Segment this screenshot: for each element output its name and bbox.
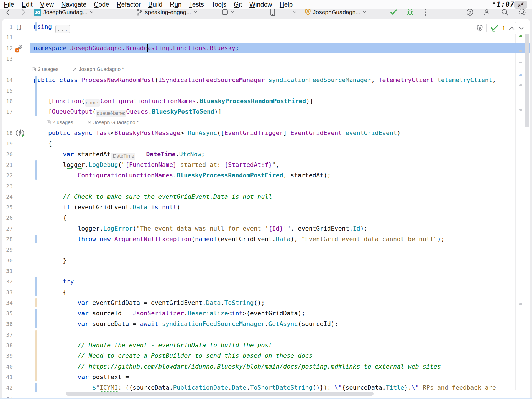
code-line-23[interactable]: 23 (0, 181, 530, 191)
code-line-38[interactable]: 38 // Handle the event - eventGridData t… (0, 340, 530, 351)
line-number[interactable]: 27 (0, 223, 13, 234)
code-line-13[interactable]: 13 (0, 53, 530, 64)
line-number[interactable]: 18 (0, 128, 13, 138)
menu-item-run[interactable]: Run (170, 1, 181, 8)
code-line-20[interactable]: 20 var startedAt:DateTime = DateTime.Utc… (0, 149, 530, 160)
line-number[interactable]: 30 (0, 255, 13, 266)
line-number[interactable]: 38 (0, 340, 13, 351)
code-line-21[interactable]: 21 logger.LogDebug("{FunctionName} start… (0, 160, 530, 170)
code-line-24[interactable]: 24 // Check to make sure the eventGridEv… (0, 191, 530, 202)
code-line-34[interactable]: 34 var eventGridData = eventGridEvent.Da… (0, 298, 530, 308)
menu-item-navigate[interactable]: Navigate (61, 1, 86, 8)
code-line-15[interactable]: 15{ (0, 85, 530, 96)
run-button[interactable] (390, 9, 397, 19)
line-number[interactable]: 36 (0, 319, 13, 329)
menu-item-git[interactable]: Git (234, 1, 242, 8)
code-line-31[interactable]: 31 (0, 266, 530, 276)
tool-window-layout-button[interactable] (222, 9, 234, 19)
code-vision-row[interactable]: 2 usagesJoseph Guadagno * (0, 117, 530, 128)
error-stripe-mark[interactable] (519, 35, 522, 37)
code-line-18[interactable]: 18 public async Task<BlueskyPostMessage>… (0, 128, 530, 138)
forward-button[interactable] (21, 9, 25, 19)
line-number[interactable]: 39 (0, 351, 13, 361)
code-line-1[interactable]: 1{}using ... (0, 22, 530, 32)
account-button[interactable] (466, 9, 474, 19)
line-number[interactable]: 1 (0, 22, 13, 32)
line-number[interactable]: 29 (0, 244, 13, 255)
line-number[interactable]: 31 (0, 266, 13, 276)
device-dropdown[interactable] (293, 9, 296, 19)
line-number[interactable]: 32 (0, 276, 13, 287)
more-actions-button[interactable] (424, 9, 427, 19)
line-number[interactable]: 33 (0, 287, 13, 298)
back-button[interactable] (6, 9, 10, 19)
line-number[interactable]: 28 (0, 234, 13, 244)
horizontal-scrollbar[interactable] (66, 392, 374, 396)
solution-selector[interactable]: JG JosephGuadag... (34, 9, 93, 19)
code-line-36[interactable]: 36 var sourceData = await syndicationFee… (0, 319, 530, 329)
error-stripe-mark[interactable] (519, 303, 522, 305)
code-vision-row[interactable]: 3 usagesJoseph Guadagno * (0, 64, 530, 75)
code-line-29[interactable]: 29 (0, 244, 530, 255)
menu-item-edit[interactable]: Edit (22, 1, 33, 8)
error-stripe-mark[interactable] (519, 62, 522, 63)
chevron-down-icon[interactable] (518, 26, 524, 30)
code-line-40[interactable]: 40 // https://github.com/blowdart/idunno… (0, 361, 530, 372)
code-line-26[interactable]: 26 { (0, 213, 530, 223)
code-line-19[interactable]: 19 { (0, 138, 530, 149)
error-stripe-mark[interactable] (519, 84, 522, 86)
menu-item-code[interactable]: Code (94, 1, 109, 8)
vertical-scrollbar[interactable] (525, 33, 529, 127)
chevron-up-icon[interactable] (509, 26, 515, 30)
code-line-33[interactable]: 33 { (0, 287, 530, 298)
error-stripe-mark[interactable] (519, 74, 522, 76)
author-annotation[interactable]: Joseph Guadagno * (73, 64, 124, 75)
debug-button[interactable] (406, 9, 414, 19)
fold-braces-icon[interactable]: {} (16, 22, 22, 32)
author-annotation[interactable]: Joseph Guadagno * (87, 117, 139, 128)
line-number[interactable]: 21 (0, 160, 13, 170)
code-line-25[interactable]: 25 if (eventGridEvent.Data is null) (0, 202, 530, 213)
line-number[interactable]: 20 (0, 149, 13, 160)
line-number[interactable]: 42 (0, 382, 13, 393)
run-function-icon[interactable] (14, 129, 25, 137)
line-number[interactable]: 24 (0, 191, 13, 202)
line-number[interactable]: 35 (0, 308, 13, 319)
quickfix-wrench-icon[interactable]: » (14, 44, 23, 53)
code-line-14[interactable]: 14public class ProcessNewRandomPost(ISyn… (0, 75, 530, 85)
usages-annotation[interactable]: 2 usages (47, 117, 73, 128)
exit-fullscreen-button[interactable] (514, 1, 527, 9)
menu-item-tests[interactable]: Tests (189, 1, 204, 8)
menu-item-view[interactable]: View (40, 1, 54, 8)
line-number[interactable]: 16 (0, 96, 13, 106)
menu-item-build[interactable]: Build (148, 1, 162, 8)
code-line-28[interactable]: 28 throw new ArgumentNullException(nameo… (0, 234, 530, 244)
code-line-22[interactable]: 22 ConfigurationFunctionNames.BlueskyPro… (0, 170, 530, 181)
menu-item-tools[interactable]: Tools (211, 1, 226, 8)
check-squiggle-icon[interactable] (490, 25, 499, 32)
line-number[interactable]: 17 (0, 106, 13, 117)
code-line-12[interactable]: 12»namespace JosephGuadagno.Broadcasting… (0, 43, 530, 53)
line-number[interactable]: 11 (0, 32, 13, 43)
problem-count[interactable]: 1 (502, 25, 505, 32)
code-line-16[interactable]: 16 [Function(name:ConfigurationFunctionN… (0, 96, 530, 106)
line-number[interactable]: 14 (0, 75, 13, 85)
editor-area[interactable]: 1{}using ...1112»namespace JosephGuadagn… (0, 0, 530, 399)
git-branch-selector[interactable]: speaking-engag... (136, 9, 197, 19)
line-number[interactable]: 23 (0, 181, 13, 191)
code-line-32[interactable]: 32 try (0, 276, 530, 287)
code-line-42[interactable]: 42 $"ICYMI: ({sourceData.PublicationDate… (0, 382, 530, 393)
code-line-37[interactable]: 37 (0, 329, 530, 340)
code-line-27[interactable]: 27 logger.LogError("The event data was n… (0, 223, 530, 234)
menu-item-refactor[interactable]: Refactor (117, 1, 141, 8)
line-number[interactable]: 25 (0, 202, 13, 213)
run-configuration-selector[interactable]: JosephGuadagn... (305, 9, 366, 19)
line-number[interactable]: 12 (0, 43, 13, 53)
usages-annotation[interactable]: 3 usages (32, 64, 58, 75)
code-line-30[interactable]: 30 } (0, 255, 530, 266)
search-everywhere-button[interactable] (501, 9, 509, 19)
error-stripe-mark[interactable] (519, 109, 522, 111)
settings-button[interactable] (518, 9, 526, 19)
line-number[interactable]: 19 (0, 138, 13, 149)
line-number[interactable]: 34 (0, 298, 13, 308)
